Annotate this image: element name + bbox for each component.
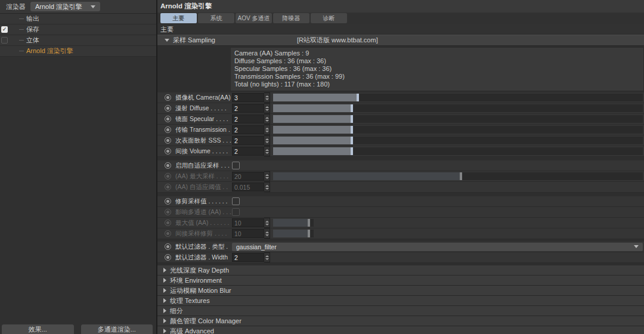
stepper-icon[interactable] bbox=[264, 171, 270, 181]
tree-item-arnold[interactable]: Arnold 渲染引擎 bbox=[0, 46, 156, 57]
camera-aa-input[interactable] bbox=[232, 93, 264, 102]
keyframe-dot-icon[interactable] bbox=[165, 148, 171, 154]
param-row-camera-aa: 摄像机 Camera(AA) bbox=[157, 92, 644, 103]
stepper-icon[interactable] bbox=[264, 135, 270, 146]
keyframe-dot-icon[interactable] bbox=[165, 116, 171, 122]
section-title: 采样 Sampling bbox=[173, 36, 215, 45]
keyframe-dot-icon[interactable] bbox=[165, 162, 171, 169]
sss-slider[interactable] bbox=[273, 137, 643, 144]
chevron-down-icon bbox=[91, 5, 95, 8]
specular-input[interactable] bbox=[232, 115, 264, 123]
section-advanced[interactable]: 高级 Advanced bbox=[157, 326, 644, 334]
keyframe-dot-icon[interactable] bbox=[165, 94, 171, 101]
info-line: Diffuse Samples : 36 (max : 36) bbox=[234, 57, 640, 65]
affect-aov-checkbox[interactable] bbox=[232, 208, 240, 216]
section-sampling[interactable]: 采样 Sampling [R站双语版 www.btbat.com] bbox=[157, 35, 644, 46]
keyframe-dot-icon[interactable] bbox=[165, 209, 171, 215]
multipass-render-button[interactable]: 多通道渲染... bbox=[81, 324, 153, 334]
keyframe-dot-icon[interactable] bbox=[165, 184, 171, 190]
stepper-icon[interactable] bbox=[264, 252, 270, 262]
stepper-icon[interactable] bbox=[264, 146, 270, 156]
tab-aov[interactable]: AOV 多通道 bbox=[236, 13, 272, 23]
tree-item-stereo[interactable]: 立体 bbox=[0, 35, 156, 46]
sss-input[interactable] bbox=[232, 136, 264, 145]
watermark-text: [R站双语版 www.btbat.com] bbox=[297, 36, 378, 45]
section-motion-blur[interactable]: 运动模糊 Motion Blur bbox=[157, 286, 644, 296]
sidebar: 渲染器 Arnold 渲染引擎 输出 ✓ 保存 立体 bbox=[0, 0, 157, 334]
sidebar-footer: 效果... 多通道渲染... bbox=[2, 324, 153, 334]
tab-main[interactable]: 主要 bbox=[160, 13, 197, 23]
section-environment[interactable]: 环境 Environment bbox=[157, 276, 644, 286]
filter-type-dropdown[interactable]: gaussian_filter bbox=[232, 243, 643, 251]
transmission-slider[interactable] bbox=[273, 126, 643, 134]
specular-slider[interactable] bbox=[273, 115, 643, 123]
stepper-icon[interactable] bbox=[264, 125, 270, 135]
keyframe-dot-icon[interactable] bbox=[165, 137, 171, 144]
param-row-adaptive-enable: 启用自适应采样 . . . bbox=[157, 160, 644, 171]
aa-max-input[interactable] bbox=[232, 172, 264, 181]
renderer-dropdown-value: Arnold 渲染引擎 bbox=[35, 2, 82, 11]
stepper-icon[interactable] bbox=[264, 92, 270, 103]
section-ray-depth[interactable]: 光线深度 Ray Depth bbox=[157, 265, 644, 276]
indirect-clamp-slider[interactable] bbox=[273, 230, 314, 237]
effects-button[interactable]: 效果... bbox=[2, 324, 74, 334]
volume-slider[interactable] bbox=[273, 147, 643, 155]
param-row-max-aa: 最大值 (AA) . . . . . . bbox=[157, 218, 644, 228]
section-textures[interactable]: 纹理 Textures bbox=[157, 296, 644, 306]
stepper-icon[interactable] bbox=[264, 182, 270, 192]
settings-tree: 输出 ✓ 保存 立体 Arnold 渲染引擎 bbox=[0, 14, 156, 57]
stepper-icon[interactable] bbox=[264, 228, 270, 239]
keyframe-dot-icon[interactable] bbox=[165, 105, 171, 112]
diffuse-slider[interactable] bbox=[273, 104, 643, 112]
keyframe-dot-icon[interactable] bbox=[165, 243, 171, 250]
stepper-icon[interactable] bbox=[264, 218, 270, 228]
keyframe-dot-icon[interactable] bbox=[165, 254, 171, 261]
volume-input[interactable] bbox=[232, 147, 264, 156]
camera-aa-slider[interactable] bbox=[273, 94, 643, 101]
tab-system[interactable]: 系统 bbox=[198, 13, 234, 23]
indirect-clamp-input[interactable] bbox=[232, 229, 264, 238]
expand-arrow-icon bbox=[163, 298, 166, 303]
keyframe-dot-icon[interactable] bbox=[165, 173, 171, 180]
section-color-manager[interactable]: 颜色管理 Color Manager bbox=[157, 316, 644, 326]
max-aa-input[interactable] bbox=[232, 218, 264, 227]
group-label: 主要 bbox=[157, 24, 644, 35]
keyframe-dot-icon[interactable] bbox=[165, 198, 171, 205]
section-title: 细分 bbox=[170, 307, 183, 316]
param-label: 镜面 Specular . . . . bbox=[175, 115, 232, 123]
filter-width-input[interactable] bbox=[232, 253, 264, 262]
tree-item-save[interactable]: ✓ 保存 bbox=[0, 24, 156, 35]
renderer-dropdown[interactable]: Arnold 渲染引擎 bbox=[30, 2, 100, 11]
tab-denoiser[interactable]: 降噪器 bbox=[273, 13, 309, 23]
renderer-label: 渲染器 bbox=[6, 2, 26, 11]
keyframe-dot-icon[interactable] bbox=[165, 126, 171, 133]
section-subdivision[interactable]: 细分 bbox=[157, 306, 644, 316]
tree-item-output[interactable]: 输出 bbox=[0, 14, 156, 24]
param-label: 启用自适应采样 . . . bbox=[175, 162, 232, 170]
expand-arrow-icon bbox=[163, 318, 166, 323]
section-title: 光线深度 Ray Depth bbox=[170, 266, 229, 275]
param-label: 摄像机 Camera(AA) bbox=[175, 94, 232, 102]
param-row-transmission: 传输 Transmission . bbox=[157, 125, 644, 135]
param-label: 影响多通道 (AA) . . . bbox=[175, 208, 232, 217]
aa-threshold-input[interactable] bbox=[232, 183, 264, 191]
keyframe-dot-icon[interactable] bbox=[165, 219, 171, 226]
collapse-arrow-icon bbox=[165, 39, 169, 42]
save-enabled-checkbox[interactable]: ✓ bbox=[1, 26, 8, 33]
max-aa-slider[interactable] bbox=[273, 219, 314, 227]
stepper-icon[interactable] bbox=[264, 103, 270, 113]
keyframe-dot-icon[interactable] bbox=[165, 230, 171, 237]
stereo-enabled-checkbox[interactable] bbox=[1, 37, 8, 44]
samples-info-box: Camera (AA) Samples : 9 Diffuse Samples … bbox=[230, 47, 644, 91]
tab-diagnostics[interactable]: 诊断 bbox=[311, 13, 347, 23]
param-label: (AA) 自适应阈值 . . bbox=[175, 183, 232, 191]
param-row-indirect-clamp: 间接采样修剪 . . . . bbox=[157, 228, 644, 239]
aa-max-slider[interactable] bbox=[273, 172, 643, 180]
info-line: Camera (AA) Samples : 9 bbox=[234, 50, 640, 57]
adaptive-sampling-checkbox[interactable] bbox=[232, 162, 240, 169]
clamp-checkbox[interactable] bbox=[232, 197, 240, 205]
stepper-icon[interactable] bbox=[264, 114, 270, 124]
transmission-input[interactable] bbox=[232, 125, 264, 134]
expand-arrow-icon bbox=[163, 329, 166, 333]
diffuse-input[interactable] bbox=[232, 104, 264, 113]
